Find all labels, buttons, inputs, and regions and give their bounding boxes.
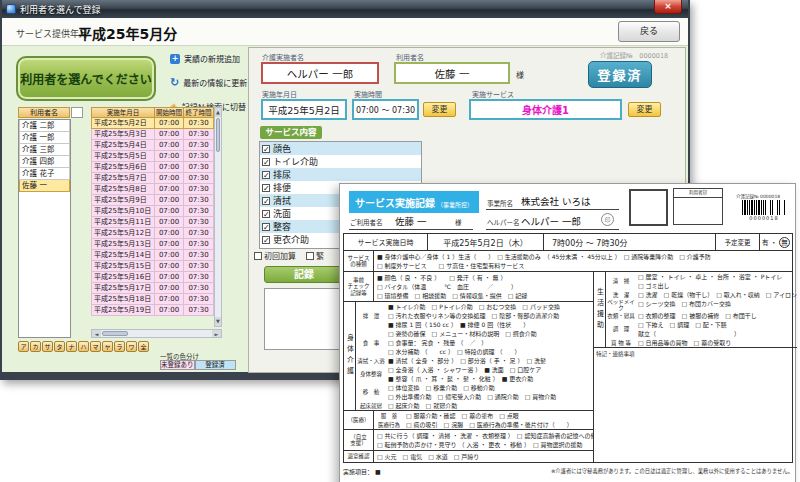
date-table-row[interactable]: 平成25年5月6日 07:00 07:30 xyxy=(91,162,214,173)
checklist-item[interactable]: ✓ トイレ介助 xyxy=(260,155,421,168)
select-user-button[interactable]: 利用者を選んでください xyxy=(16,56,156,101)
close-button[interactable]: × xyxy=(654,0,682,14)
checklist-item[interactable]: ✓ 排尿 xyxy=(260,168,421,181)
vscroll-thumb[interactable] xyxy=(216,118,220,152)
titlebar[interactable]: 利用者を選んで登録 × xyxy=(2,0,688,18)
registered-button[interactable]: 登録済 xyxy=(588,61,652,88)
form-line: □ ゴミ出し xyxy=(638,281,797,290)
service-box[interactable]: 身体介護1 xyxy=(469,99,622,120)
kana-filter-button[interactable]: ア xyxy=(18,341,29,352)
date-table-row[interactable]: 平成25年5月7日 07:00 07:30 xyxy=(91,173,214,184)
user-list: 介護 二郎介護 一郎介護 三郎介護 四郎介護 花子佐藤 一 xyxy=(18,119,71,338)
kana-filter-button[interactable]: ワ xyxy=(126,341,137,352)
caregiver-box[interactable]: ヘルパー 一郎 xyxy=(261,62,379,84)
hscroll-thumb[interactable] xyxy=(102,331,128,336)
checkbox-checked-icon[interactable]: ✓ xyxy=(262,171,270,179)
date-box[interactable]: 平成25年5月2日 xyxy=(261,99,347,120)
user-list-item[interactable]: 介護 四郎 xyxy=(19,156,70,168)
form-line: □ 洗濯 □ 乾燥（物干し） □ 取入れ・収納 □ アイロン xyxy=(638,290,797,299)
checkbox-checked-icon[interactable]: ✓ xyxy=(262,158,270,166)
kana-filter-button[interactable]: マ xyxy=(90,341,101,352)
col-start[interactable]: 開始時間 xyxy=(155,107,184,118)
date-table-row[interactable]: 平成25年5月13日 07:00 07:30 xyxy=(91,239,214,250)
date-table-row[interactable]: 平成25年5月19日 07:00 07:30 xyxy=(91,305,214,316)
date-table-row[interactable]: 平成25年5月16日 07:00 07:30 xyxy=(91,272,214,283)
datetime-label: サービス実施日時 xyxy=(344,234,428,250)
date-table-row[interactable]: 平成25年5月10日 07:00 07:30 xyxy=(91,206,214,217)
kana-filter-button[interactable]: カ xyxy=(30,341,41,352)
date-table-row[interactable]: 平成25年5月17日 07:00 07:30 xyxy=(91,283,214,294)
kana-filter-button[interactable]: ヤ xyxy=(102,341,113,352)
date-table-row[interactable]: 平成25年5月9日 07:00 07:30 xyxy=(91,195,214,206)
form-line: □ 火元 □ 電気 □ 水道 □ 戸締り xyxy=(377,452,593,461)
scroll-up-icon[interactable]: ▲ xyxy=(215,108,221,117)
change-time-button[interactable]: 変更 xyxy=(423,102,456,117)
change-service-button[interactable]: 変更 xyxy=(628,102,661,117)
col-end[interactable]: 終了時間 xyxy=(184,107,214,118)
checklist-item-label: 清拭 xyxy=(273,194,291,207)
scroll-right-icon[interactable]: ► xyxy=(212,330,221,337)
user-list-item[interactable]: 介護 三郎 xyxy=(19,144,70,156)
date-table-row[interactable]: 平成25年5月2日 07:00 07:30 xyxy=(91,118,214,129)
confidentiality-note: ※介護者には守秘義務があります。この日誌は適正に管理し、業務以外に使用することは… xyxy=(551,467,793,476)
form-body: 事前チェック記録等 ■ 顔色（ 良 ・ 不良 ） □ 発汗（ 有 ・ 無 ）□ … xyxy=(344,271,792,462)
first-time-addon-checkbox[interactable]: 初回加算 xyxy=(254,250,296,261)
date-table-row[interactable]: 平成25年5月5日 07:00 07:30 xyxy=(91,151,214,162)
date-table-row[interactable]: 平成25年5月11日 07:00 07:30 xyxy=(91,217,214,228)
record-number: 介護記録№ 0000018 xyxy=(600,50,668,60)
kana-filter-button[interactable]: ラ xyxy=(114,341,125,352)
form-line: □ 水分補助 （ cc ） □ 特段の調理 （ ） xyxy=(388,347,593,356)
honorific: 様 xyxy=(516,69,524,80)
checkbox-checked-icon[interactable]: ✓ xyxy=(262,236,270,244)
date-table-row[interactable]: 平成25年5月4日 07:00 07:30 xyxy=(91,140,214,151)
checklist-item-label: 排尿 xyxy=(273,168,291,181)
date-table-row[interactable]: 平成25年5月18日 07:00 07:30 xyxy=(91,294,214,305)
record-textarea[interactable] xyxy=(264,288,342,350)
user-list-item[interactable]: 介護 二郎 xyxy=(19,120,70,132)
form-section: 清拭・入浴 ■ 清拭（ 全身 ・ 部分 ） □ 部分浴（ 手 ・ 足 ） □ 洗… xyxy=(356,356,593,365)
scroll-down-icon[interactable]: ▼ xyxy=(215,317,221,326)
kana-filter-button[interactable]: タ xyxy=(54,341,65,352)
vertical-scrollbar[interactable]: ▲ ▼ xyxy=(214,107,222,327)
independence-label: （自立支援） xyxy=(344,430,374,450)
date-table-row[interactable]: 平成25年5月15日 07:00 07:30 xyxy=(91,261,214,272)
kana-filter-button[interactable]: サ xyxy=(42,341,53,352)
barcode xyxy=(742,200,786,215)
checkbox-checked-icon[interactable]: ✓ xyxy=(262,184,270,192)
kana-filter-row: アカサタナハマヤラワ全 xyxy=(18,341,149,352)
office-label: 事業所名 xyxy=(487,198,513,208)
user-list-item[interactable]: 佐藤 一 xyxy=(19,180,70,192)
action-add-record[interactable]: + 実績の新規追加 xyxy=(170,53,240,64)
checklist-item[interactable]: ✓ 顔色 xyxy=(260,142,421,155)
helper-underline xyxy=(486,229,619,230)
emergency-addon-checkbox[interactable]: 緊 xyxy=(306,250,324,261)
checkbox-checked-icon[interactable]: ✓ xyxy=(262,145,270,153)
seal-icon: 印 xyxy=(601,213,614,226)
kana-filter-button[interactable]: ナ xyxy=(66,341,77,352)
form-line: ■ 顔色（ 良 ・ 不良 ） □ 発汗（ 有 ・ 無 ） xyxy=(377,273,593,282)
user-label: 利用者名 xyxy=(396,52,424,62)
user-list-item[interactable]: 介護 一郎 xyxy=(19,132,70,144)
date-table-row[interactable]: 平成25年5月8日 07:00 07:30 xyxy=(91,184,214,195)
date-table-row[interactable]: 平成25年5月14日 07:00 07:30 xyxy=(91,250,214,261)
time-box[interactable]: 07:00 ～ 07:30 xyxy=(352,99,419,120)
user-list-item[interactable]: 介護 花子 xyxy=(19,168,70,180)
life-support-block: 生活援助 清 掃 □ 居室 ・ トイレ ・ 卓上 ・ 台所 ・ 浴室 ・ Pトイ… xyxy=(594,272,797,347)
checkbox-checked-icon[interactable]: ✓ xyxy=(262,223,270,231)
form-section: 清 掃 □ 居室 ・ トイレ ・ 卓上 ・ 台所 ・ 浴室 ・ Pトイレ□ ゴミ… xyxy=(606,272,797,290)
scroll-left-icon[interactable]: ◄ xyxy=(92,330,101,337)
col-date[interactable]: 実施年月日 xyxy=(91,107,155,118)
back-button[interactable]: 戻る xyxy=(618,21,680,42)
checkbox-checked-icon[interactable]: ✓ xyxy=(262,197,270,205)
date-table-row[interactable]: 平成25年5月12日 07:00 07:30 xyxy=(91,228,214,239)
checkbox-checked-icon[interactable]: ✓ xyxy=(262,210,270,218)
user-box[interactable]: 佐藤 一 xyxy=(394,62,510,84)
user-list-filter-input[interactable] xyxy=(71,107,83,118)
kana-filter-button[interactable]: ハ xyxy=(78,341,89,352)
action-refresh[interactable]: ↻ 最新の情報に更新 xyxy=(170,77,247,88)
date-table-row[interactable]: 平成25年5月3日 07:00 07:30 xyxy=(91,129,214,140)
datetime-time: 7時00分 ～ 7時30分 xyxy=(544,234,716,250)
horizontal-scrollbar[interactable]: ◄ ► xyxy=(91,329,222,338)
kana-filter-button[interactable]: 全 xyxy=(138,341,149,352)
record-button[interactable]: 記録 xyxy=(264,266,344,283)
